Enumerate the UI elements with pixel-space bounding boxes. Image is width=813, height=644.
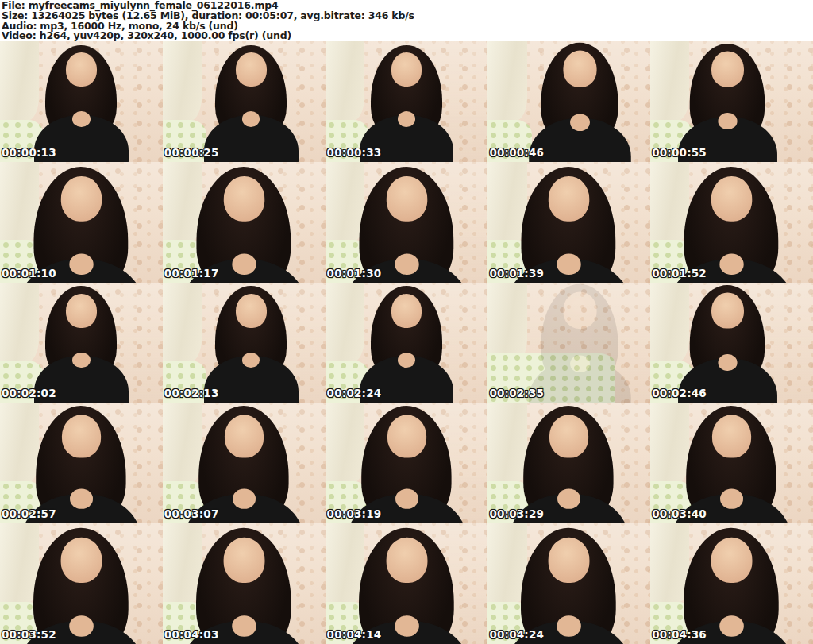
chest-shape [232, 253, 256, 274]
chest-shape [395, 489, 418, 509]
timestamp-overlay: 00:03:07 [164, 507, 219, 520]
face-shape [564, 51, 597, 87]
timestamp-overlay: 00:00:46 [489, 146, 544, 159]
video-thumbnail: 00:02:24 [326, 283, 488, 403]
video-thumbnail: 00:00:33 [326, 41, 488, 162]
face-shape [391, 294, 422, 328]
timestamp-overlay: 00:01:39 [489, 267, 544, 280]
video-thumbnail: 00:04:14 [326, 523, 488, 644]
face-shape [712, 415, 751, 458]
timestamp-overlay: 00:01:30 [327, 267, 382, 280]
video-thumbnail: 00:02:13 [163, 283, 326, 403]
timestamp-overlay: 00:04:14 [327, 628, 382, 641]
person-silhouette [650, 162, 813, 283]
file-info-header: File: myfreecams_miyulynn_female_0612201… [0, 0, 813, 41]
thumbnail-grid: 00:00:13 00:00:25 00:00:33 [0, 41, 813, 644]
person-silhouette [163, 403, 326, 523]
timestamp-overlay: 00:02:35 [489, 387, 544, 399]
face-shape [223, 538, 264, 583]
chest-shape [558, 489, 580, 509]
person-silhouette [326, 41, 488, 162]
video-thumbnail: 00:04:24 [487, 523, 650, 644]
timestamp-overlay: 00:03:40 [652, 507, 707, 520]
chest-shape [395, 615, 418, 636]
person-silhouette [0, 403, 163, 523]
face-shape [711, 52, 744, 87]
face-shape [236, 52, 267, 87]
timestamp-overlay: 00:00:55 [652, 146, 707, 159]
person-silhouette [0, 283, 163, 403]
video-thumbnail: 00:00:13 [0, 41, 163, 162]
video-thumbnail: 00:03:07 [163, 403, 326, 523]
person-silhouette [492, 283, 650, 403]
timestamp-overlay: 00:02:02 [2, 387, 56, 399]
person-silhouette [163, 523, 326, 644]
timestamp-overlay: 00:02:13 [164, 387, 219, 399]
person-silhouette [650, 283, 813, 403]
face-shape [391, 52, 422, 87]
chest-shape [719, 354, 738, 371]
face-shape [225, 415, 264, 458]
person-silhouette [650, 403, 813, 523]
chest-shape [571, 355, 590, 372]
person-silhouette [326, 283, 488, 403]
chest-shape [719, 113, 738, 129]
video-thumbnail: 00:03:29 [487, 403, 650, 523]
face-shape [386, 538, 427, 583]
face-shape [711, 176, 752, 221]
video-thumbnail: 00:02:57 [0, 403, 163, 523]
person-silhouette [650, 41, 813, 162]
face-shape [66, 52, 97, 87]
video-contact-sheet: File: myfreecams_miyulynn_female_0612201… [0, 0, 813, 644]
chest-shape [571, 114, 590, 130]
face-shape [549, 415, 588, 458]
video-thumbnail: 00:04:36 [650, 523, 813, 644]
video-info-line: Video: h264, yuv420p, 320x240, 1000.00 f… [2, 31, 813, 41]
chest-shape [233, 489, 255, 509]
face-shape [66, 294, 97, 328]
video-thumbnail: 00:02:35 [487, 283, 650, 403]
timestamp-overlay: 00:00:25 [164, 146, 219, 159]
chest-shape [232, 615, 256, 636]
person-silhouette [170, 41, 326, 162]
video-thumbnail: 00:00:25 [163, 41, 326, 162]
video-thumbnail: 00:00:46 [487, 41, 650, 162]
person-silhouette [326, 162, 488, 283]
chest-shape [242, 353, 260, 368]
person-silhouette [487, 403, 650, 523]
chest-shape [720, 489, 742, 509]
chest-shape [70, 253, 94, 274]
chest-shape [720, 615, 744, 636]
face-shape [224, 176, 264, 221]
video-thumbnail: 00:03:52 [0, 523, 163, 644]
timestamp-overlay: 00:02:46 [652, 387, 707, 399]
person-silhouette [0, 41, 163, 162]
video-thumbnail: 00:01:10 [0, 162, 163, 283]
face-shape [549, 538, 590, 583]
chest-shape [557, 253, 581, 274]
person-silhouette [326, 523, 488, 644]
face-shape [564, 292, 597, 329]
timestamp-overlay: 00:04:36 [652, 628, 707, 641]
chest-shape [72, 111, 91, 127]
video-thumbnail: 00:03:19 [326, 403, 488, 523]
person-silhouette [170, 283, 326, 403]
chest-shape [398, 111, 416, 127]
face-shape [549, 176, 589, 221]
chest-shape [395, 253, 418, 274]
person-silhouette [163, 162, 326, 283]
chest-shape [557, 615, 581, 636]
timestamp-overlay: 00:04:03 [164, 628, 219, 641]
face-shape [387, 415, 426, 458]
person-silhouette [492, 41, 650, 162]
face-shape [711, 538, 753, 583]
timestamp-overlay: 00:02:24 [327, 387, 382, 399]
video-thumbnail: 00:02:46 [650, 283, 813, 403]
chest-shape [720, 253, 744, 274]
chest-shape [242, 111, 260, 127]
timestamp-overlay: 00:01:10 [2, 267, 56, 280]
person-silhouette [0, 523, 163, 644]
timestamp-overlay: 00:03:29 [489, 507, 544, 520]
video-thumbnail: 00:01:30 [326, 162, 488, 283]
video-thumbnail: 00:01:17 [163, 162, 326, 283]
